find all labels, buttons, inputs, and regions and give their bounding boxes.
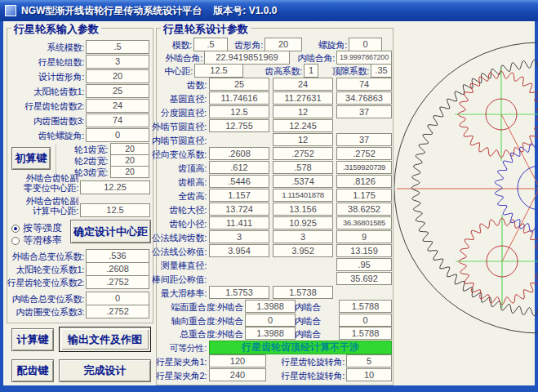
table-row-label: 齿轮大径:: [131, 204, 207, 216]
carrier-angle1-label: 行星架夹角1:: [122, 356, 207, 368]
planet-rotation2-label: 行星齿轮旋转角:: [269, 370, 345, 382]
table-cell-c3-row4[interactable]: 37: [336, 133, 392, 146]
table-cell-c3-row14[interactable]: 35.692: [336, 272, 392, 285]
calc-center-label-line2: 计算中心距:: [33, 206, 78, 216]
shift-field2-1[interactable]: .2752: [86, 305, 149, 318]
table-row-label: 齿根高:: [131, 176, 207, 189]
table-cell-c3-row13[interactable]: .95: [336, 258, 392, 271]
total-overlap-int-label: 内啮合: [291, 328, 321, 341]
addendum-coeff-field[interactable]: 1: [304, 64, 318, 78]
module-label: 模数:: [159, 39, 192, 51]
table-cell-c1-row15[interactable]: 1.5753: [209, 286, 269, 299]
window-title: NGW型渐开线齿轮行星传动系统设计平台: [21, 4, 202, 18]
version-label: 版本号: V1.0.0: [213, 4, 277, 18]
table-cell-c1-row7[interactable]: .5446: [209, 175, 269, 188]
face-overlap-label: 端面重合度:外啮合: [159, 301, 243, 314]
carrier-angle2-field[interactable]: 240: [209, 368, 266, 381]
table-row-label: 公法线公称值:: [131, 246, 207, 258]
table-cell-c3-row8[interactable]: 1.175: [336, 189, 392, 202]
input-field-0[interactable]: .5: [86, 40, 149, 54]
zero-center-label-line2: 零变位中心距:: [24, 183, 78, 193]
table-cell-c2-row15[interactable]: 1.5738: [273, 286, 333, 299]
table-cell-c2-row5[interactable]: .2752: [273, 147, 333, 160]
table-cell-c2-row2[interactable]: 12: [273, 105, 333, 118]
input-field-1[interactable]: 3: [86, 55, 149, 69]
table-cell-c1-row0[interactable]: 25: [209, 78, 269, 91]
table-cell-c2-row1[interactable]: 11.27631: [273, 91, 333, 105]
face-overlap-ext-field[interactable]: 1.3988: [245, 300, 296, 313]
axial-overlap-int-field[interactable]: 0: [339, 314, 392, 327]
table-cell-c2-row0[interactable]: 24: [273, 78, 333, 91]
table-cell-c2-row12[interactable]: 3.952: [273, 244, 333, 257]
table-row-label: 外啮节圆直径:: [131, 121, 207, 133]
table-cell-c3-row0[interactable]: 74: [336, 78, 392, 91]
table-cell-c1-row10[interactable]: 11.411: [209, 216, 269, 229]
table-cell-c1-row1[interactable]: 11.74616: [209, 91, 269, 105]
clearance-coeff-field[interactable]: .35: [371, 64, 392, 78]
external-mesh-angle-field[interactable]: 22.9419851969: [204, 51, 290, 65]
helix-angle-field[interactable]: 0: [349, 38, 382, 51]
table-row-label: 分度圆直径:: [131, 107, 207, 119]
table-cell-c3-row11[interactable]: 9: [336, 230, 392, 243]
table-row-label: 齿轮小径:: [131, 218, 207, 230]
divisibility-label: 可等分性:: [131, 342, 207, 354]
total-overlap-label: 总重合度:外啮合: [159, 328, 243, 341]
table-cell-c3-row1[interactable]: 34.76863: [336, 91, 392, 105]
total-overlap-int-field[interactable]: 1.5788: [339, 327, 392, 340]
zero-center-label-line1: 外啮合齿轮副: [26, 173, 78, 183]
app-icon: [5, 5, 16, 16]
radio-equal-slip[interactable]: 等滑移率: [11, 234, 62, 247]
carrier-angle1-field[interactable]: 120: [209, 354, 266, 368]
table-cell-c1-row2[interactable]: 12.5: [209, 105, 269, 118]
shift-field-label: 太阳轮变位系数1:: [2, 264, 84, 276]
table-cell-c1-row5[interactable]: .2608: [209, 147, 269, 160]
table-cell-c1-row12[interactable]: 3.954: [209, 244, 269, 257]
table-cell-c2-row8[interactable]: 1.115401878: [273, 189, 333, 202]
table-cell-c2-row11[interactable]: 3: [273, 230, 333, 243]
center-distance-field[interactable]: 12.5: [194, 64, 243, 78]
total-overlap-ext-field[interactable]: 1.3988: [245, 327, 296, 340]
helix-angle-label: 螺旋角:: [304, 39, 347, 51]
face-overlap-int-field[interactable]: 1.5788: [339, 300, 392, 313]
calc-center-label: 外啮合齿轮副 计算中心距:: [2, 196, 78, 216]
calculate-button[interactable]: 计算键: [11, 328, 54, 351]
table-cell-c3-row10[interactable]: 36.36801585: [336, 216, 392, 229]
calc-center-label-line1: 外啮合齿轮副: [26, 196, 78, 206]
module-field[interactable]: .5: [193, 38, 228, 51]
table-cell-c3-row2[interactable]: 37: [336, 105, 392, 118]
table-cell-c2-row9[interactable]: 13.156: [273, 203, 333, 216]
axial-overlap-ext-field[interactable]: 0: [245, 314, 296, 327]
table-cell-c1-row8[interactable]: 1.157: [209, 189, 269, 202]
input-field-label: 齿轮螺旋角:: [2, 130, 84, 142]
table-cell-c1-row9[interactable]: 13.724: [209, 203, 269, 216]
table-cell-c3-row7[interactable]: .8126: [336, 175, 392, 188]
radio-equal-slip-label: 等滑移率: [23, 234, 62, 247]
table-cell-c2-row10[interactable]: 10.925: [273, 216, 333, 229]
table-cell-c2-row3[interactable]: 12.245: [273, 119, 333, 132]
table-cell-c2-row4[interactable]: 12: [273, 133, 333, 146]
planet-rotation2-field[interactable]: 10: [346, 368, 392, 381]
radio-unselected-icon: [11, 237, 20, 245]
axial-overlap-label: 轴向重合度:外啮合: [159, 315, 243, 327]
divisibility-status: 行星齿轮齿顶经计算不干涉: [209, 341, 392, 354]
input-field-label: 行星齿轮齿数2:: [2, 100, 84, 113]
table-cell-c3-row12[interactable]: 13.159: [336, 244, 392, 257]
table-cell-c3-row5[interactable]: .2752: [336, 147, 392, 160]
input-field-label: 太阳轮齿数1:: [2, 86, 84, 98]
table-cell-c1-row11[interactable]: 3: [209, 230, 269, 243]
profile-angle-field[interactable]: 20: [265, 38, 302, 51]
planet-rotation1-field[interactable]: 5: [346, 354, 392, 368]
table-cell-c2-row6[interactable]: .578: [273, 161, 333, 174]
table-cell-c1-row6[interactable]: .612: [209, 161, 269, 174]
table-row-label: 内啮节圆直径:: [131, 135, 207, 147]
gear-diagram: [394, 23, 538, 387]
table-cell-c3-row6[interactable]: .3159920739: [336, 161, 392, 174]
table-row-label: 齿顶高:: [131, 163, 207, 175]
table-cell-c2-row7[interactable]: .5374: [273, 175, 333, 188]
initial-calc-button[interactable]: 初算键: [11, 147, 51, 170]
table-cell-c3-row9[interactable]: 38.6252: [336, 203, 392, 216]
internal-mesh-angle-field[interactable]: 19.9997867200: [336, 51, 392, 65]
table-cell-c1-row3[interactable]: 12.755: [209, 119, 269, 132]
carrier-angle2-label: 行星架夹角2:: [122, 370, 207, 382]
gear-match-button[interactable]: 配齿键: [11, 359, 54, 382]
